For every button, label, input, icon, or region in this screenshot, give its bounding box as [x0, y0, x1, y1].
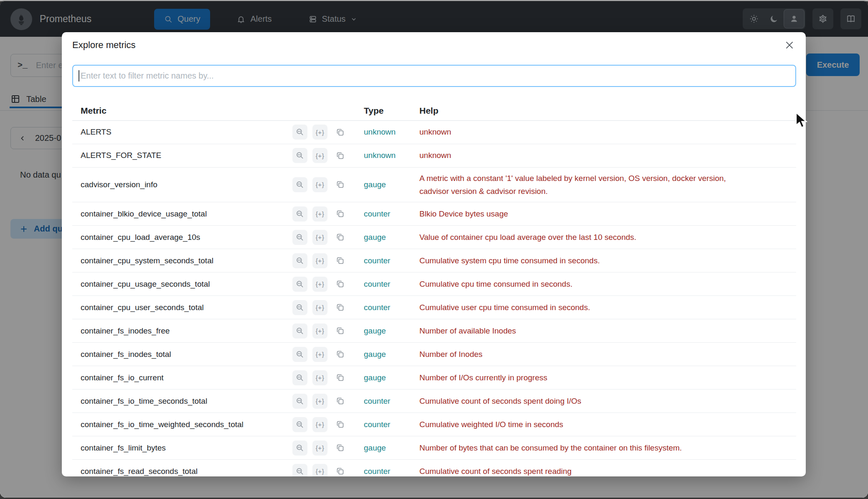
insert-metric-button[interactable]: {+} [312, 394, 327, 409]
metric-name: cadvisor_version_info [72, 167, 292, 202]
close-icon [784, 40, 795, 51]
insert-metric-button[interactable]: {+} [312, 253, 327, 268]
copy-metric-button[interactable] [332, 347, 348, 362]
metric-name: container_cpu_load_average_10s [72, 226, 292, 249]
open-in-query-button[interactable] [292, 370, 307, 385]
insert-metric-button[interactable]: {+} [312, 277, 327, 292]
metric-help: Cumulative weighted I/O time in seconds [411, 413, 796, 436]
open-in-query-button[interactable] [292, 347, 307, 362]
insert-metric-button[interactable]: {+} [312, 417, 327, 432]
table-row: ALERTS_FOR_STATE {+} [72, 144, 796, 167]
table-row: cadvisor_version_info {+} [72, 167, 796, 202]
open-in-query-button[interactable] [292, 417, 307, 432]
insert-metric-button[interactable]: {+} [312, 464, 327, 476]
open-in-query-button[interactable] [292, 230, 307, 245]
braces-icon: {+} [316, 234, 324, 241]
copy-metric-button[interactable] [332, 148, 348, 163]
metric-type: counter [352, 202, 411, 226]
braces-icon: {+} [316, 374, 324, 381]
copy-icon [336, 209, 345, 218]
table-row: container_fs_io_current {+} [72, 366, 796, 390]
insert-metric-button[interactable]: {+} [312, 125, 327, 140]
copy-metric-button[interactable] [332, 253, 348, 268]
braces-icon: {+} [316, 327, 324, 334]
table-header-row: Metric Type Help [72, 102, 796, 120]
open-in-query-button[interactable] [292, 177, 307, 192]
zoom-code-icon [296, 420, 304, 429]
copy-metric-button[interactable] [332, 206, 348, 221]
open-in-query-button[interactable] [292, 464, 307, 476]
column-header-type: Type [352, 102, 411, 120]
braces-icon: {+} [316, 129, 324, 136]
metric-help: Value of container cpu load average over… [411, 226, 796, 249]
close-button[interactable] [782, 38, 797, 52]
browser-window: Prometheus Query [0, 1, 868, 498]
copy-metric-button[interactable] [332, 394, 348, 409]
insert-metric-button[interactable]: {+} [312, 148, 327, 163]
copy-icon [336, 397, 345, 405]
zoom-code-icon [296, 128, 304, 136]
insert-metric-button[interactable]: {+} [312, 440, 327, 456]
copy-metric-button[interactable] [332, 440, 348, 456]
copy-metric-button[interactable] [332, 464, 348, 476]
row-actions: {+} [292, 277, 352, 292]
mouse-cursor [795, 112, 807, 130]
copy-metric-button[interactable] [332, 125, 348, 140]
open-in-query-button[interactable] [292, 206, 307, 221]
metric-filter-input[interactable] [72, 65, 796, 87]
metric-type: unknown [352, 144, 411, 167]
column-header-help: Help [411, 102, 796, 120]
screen: Prometheus Query [0, 0, 868, 499]
copy-icon [336, 256, 345, 265]
zoom-code-icon [296, 467, 304, 476]
insert-metric-button[interactable]: {+} [312, 300, 327, 315]
metric-help: unknown [411, 120, 796, 144]
metric-name: container_cpu_system_seconds_total [72, 249, 292, 272]
row-actions: {+} [292, 253, 352, 268]
open-in-query-button[interactable] [292, 148, 307, 163]
open-in-query-button[interactable] [292, 394, 307, 409]
open-in-query-button[interactable] [292, 253, 307, 268]
table-row: container_fs_io_time_weighted_seconds_to… [72, 413, 796, 436]
copy-metric-button[interactable] [332, 370, 348, 385]
copy-metric-button[interactable] [332, 277, 348, 292]
row-actions: {+} [292, 230, 352, 245]
copy-metric-button[interactable] [332, 300, 348, 315]
zoom-code-icon [296, 444, 304, 452]
copy-icon [336, 373, 345, 382]
insert-metric-button[interactable]: {+} [312, 206, 327, 221]
metric-name: container_fs_inodes_total [72, 343, 292, 366]
open-in-query-button[interactable] [292, 125, 307, 140]
explore-metrics-modal: Explore metrics Metric [62, 32, 806, 476]
braces-icon: {+} [316, 468, 324, 475]
insert-metric-button[interactable]: {+} [312, 370, 327, 385]
insert-metric-button[interactable]: {+} [312, 177, 327, 192]
zoom-code-icon [296, 303, 304, 312]
copy-icon [336, 233, 345, 242]
open-in-query-button[interactable] [292, 300, 307, 315]
zoom-code-icon [296, 397, 304, 405]
open-in-query-button[interactable] [292, 440, 307, 456]
metric-name: container_fs_io_time_weighted_seconds_to… [72, 413, 292, 436]
insert-metric-button[interactable]: {+} [312, 347, 327, 362]
zoom-code-icon [296, 280, 304, 288]
metric-type: counter [352, 460, 411, 476]
insert-metric-button[interactable]: {+} [312, 230, 327, 245]
table-row: container_fs_read_seconds_total {+} [72, 460, 796, 476]
column-header-actions [292, 102, 352, 120]
table-row: container_fs_inodes_free {+} [72, 319, 796, 343]
insert-metric-button[interactable]: {+} [312, 323, 327, 339]
copy-metric-button[interactable] [332, 177, 348, 192]
copy-metric-button[interactable] [332, 230, 348, 245]
row-actions: {+} [292, 394, 352, 409]
row-actions: {+} [292, 370, 352, 385]
copy-icon [336, 151, 345, 160]
open-in-query-button[interactable] [292, 277, 307, 292]
copy-metric-button[interactable] [332, 417, 348, 432]
braces-icon: {+} [316, 351, 324, 358]
metric-help: Cumulative cpu time consumed in seconds. [411, 272, 796, 296]
metric-type: unknown [352, 120, 411, 144]
open-in-query-button[interactable] [292, 323, 307, 339]
copy-metric-button[interactable] [332, 323, 348, 339]
row-actions: {+} [292, 148, 352, 163]
